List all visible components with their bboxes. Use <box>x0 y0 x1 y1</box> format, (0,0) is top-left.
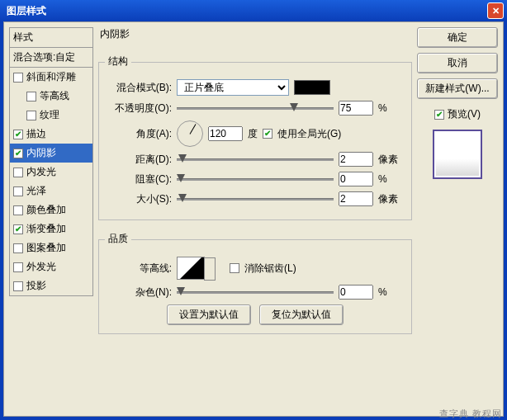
reset-default-button[interactable]: 复位为默认值 <box>259 304 344 325</box>
noise-label: 杂色(N): <box>107 286 172 300</box>
style-checkbox[interactable] <box>26 111 36 120</box>
style-checkbox[interactable] <box>13 224 23 234</box>
style-list: 斜面和浮雕等高线纹理描边内阴影内发光光泽颜色叠加渐变叠加图案叠加外发光投影 <box>9 68 93 296</box>
size-slider[interactable] <box>177 192 334 205</box>
distance-slider[interactable] <box>177 153 334 166</box>
title-bar: 图层样式 ✕ <box>0 0 507 21</box>
angle-dial[interactable] <box>177 120 203 147</box>
structure-group: 混合模式(B): 正片叠底 不透明度(O): % 角度(A): 度 使用全局光(… <box>98 62 412 220</box>
choke-label: 阻塞(C): <box>107 172 172 186</box>
panel-title: 内阴影 <box>100 27 412 41</box>
opacity-slider[interactable] <box>177 101 334 115</box>
sidebar-header-style[interactable]: 样式 <box>9 27 93 48</box>
section-quality-title: 品质 <box>105 232 131 246</box>
preview-swatch <box>433 130 482 179</box>
opacity-input[interactable] <box>339 101 373 116</box>
sidebar-item[interactable]: 纹理 <box>10 106 92 125</box>
sidebar-item[interactable]: 渐变叠加 <box>10 219 92 238</box>
color-swatch[interactable] <box>294 80 330 95</box>
noise-slider[interactable] <box>177 286 334 299</box>
sidebar-item[interactable]: 内发光 <box>10 163 92 182</box>
preview-label: 预览(V) <box>448 107 481 121</box>
sidebar-item[interactable]: 内阴影 <box>10 144 92 163</box>
sidebar-item[interactable]: 颜色叠加 <box>10 201 92 219</box>
sidebar-item-label: 颜色叠加 <box>26 203 66 217</box>
distance-input[interactable] <box>339 152 373 167</box>
choke-slider[interactable] <box>177 172 334 186</box>
angle-unit: 度 <box>248 127 258 141</box>
noise-input[interactable] <box>339 285 373 300</box>
distance-unit: 像素 <box>378 153 403 167</box>
size-label: 大小(S): <box>107 192 172 206</box>
sidebar-item[interactable]: 斜面和浮雕 <box>10 68 92 87</box>
blendmode-label: 混合模式(B): <box>107 81 172 95</box>
style-checkbox[interactable] <box>13 243 23 253</box>
distance-label: 距离(D): <box>107 153 172 167</box>
antialias-label: 消除锯齿(L) <box>244 262 296 276</box>
window-title: 图层样式 <box>3 4 487 18</box>
contour-picker[interactable] <box>177 257 205 280</box>
dialog-panel: 样式 混合选项:自定 斜面和浮雕等高线纹理描边内阴影内发光光泽颜色叠加渐变叠加图… <box>3 21 504 417</box>
global-light-checkbox[interactable] <box>263 129 272 139</box>
sidebar-item-label: 等高线 <box>40 89 69 103</box>
sidebar-item-label: 内发光 <box>26 165 56 179</box>
style-checkbox[interactable] <box>13 130 23 139</box>
antialias-checkbox[interactable] <box>230 263 239 273</box>
settings-column: 内阴影 结构 混合模式(B): 正片叠底 不透明度(O): % 角度(A): 度… <box>98 27 412 411</box>
global-light-label: 使用全局光(G) <box>277 127 341 141</box>
sidebar-item-label: 渐变叠加 <box>26 222 66 236</box>
choke-input[interactable] <box>339 172 373 186</box>
style-checkbox[interactable] <box>26 92 36 101</box>
style-checkbox[interactable] <box>13 281 23 291</box>
sidebar-item-label: 图案叠加 <box>26 241 66 255</box>
opacity-label: 不透明度(O): <box>107 101 172 116</box>
sidebar-item-label: 描边 <box>26 127 46 141</box>
style-checkbox[interactable] <box>13 73 23 83</box>
style-checkbox[interactable] <box>13 149 23 158</box>
sidebar-item[interactable]: 等高线 <box>10 87 92 106</box>
preview-checkbox[interactable] <box>434 110 444 120</box>
contour-label: 等高线: <box>107 262 172 276</box>
styles-sidebar: 样式 混合选项:自定 斜面和浮雕等高线纹理描边内阴影内发光光泽颜色叠加渐变叠加图… <box>9 27 93 411</box>
sidebar-item-label: 外发光 <box>26 260 56 274</box>
sidebar-item-label: 投影 <box>26 279 46 293</box>
opacity-unit: % <box>378 102 403 114</box>
ok-button[interactable]: 确定 <box>417 27 498 48</box>
sidebar-item[interactable]: 外发光 <box>10 257 92 276</box>
style-checkbox[interactable] <box>13 168 23 177</box>
size-input[interactable] <box>339 191 373 206</box>
sidebar-item-label: 光泽 <box>26 184 46 198</box>
style-checkbox[interactable] <box>13 205 23 215</box>
choke-unit: % <box>378 173 403 185</box>
style-checkbox[interactable] <box>13 262 23 272</box>
sidebar-item[interactable]: 图案叠加 <box>10 238 92 257</box>
quality-group: 等高线: 消除锯齿(L) 杂色(N): % 设置为默认值 复位为默认值 <box>98 239 412 334</box>
cancel-button[interactable]: 取消 <box>417 53 498 73</box>
new-style-button[interactable]: 新建样式(W)... <box>417 78 498 99</box>
section-structure-title: 结构 <box>105 54 131 68</box>
angle-input[interactable] <box>208 126 243 141</box>
sidebar-header-blend[interactable]: 混合选项:自定 <box>9 48 93 68</box>
sidebar-item[interactable]: 光泽 <box>10 182 92 201</box>
sidebar-item-label: 内阴影 <box>26 146 56 160</box>
sidebar-item[interactable]: 描边 <box>10 125 92 144</box>
style-checkbox[interactable] <box>13 186 23 196</box>
blendmode-select[interactable]: 正片叠底 <box>177 79 289 96</box>
noise-unit: % <box>378 286 403 298</box>
sidebar-item-label: 纹理 <box>40 108 59 122</box>
close-button[interactable]: ✕ <box>487 2 504 19</box>
make-default-button[interactable]: 设置为默认值 <box>167 304 251 325</box>
angle-label: 角度(A): <box>107 127 172 141</box>
sidebar-item[interactable]: 投影 <box>10 276 92 295</box>
size-unit: 像素 <box>378 192 403 206</box>
buttons-column: 确定 取消 新建样式(W)... 预览(V) <box>417 27 498 411</box>
sidebar-item-label: 斜面和浮雕 <box>26 70 76 84</box>
